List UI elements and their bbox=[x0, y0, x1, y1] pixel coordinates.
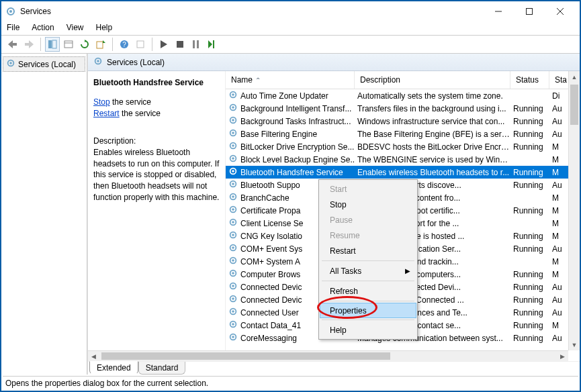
row-startup: Au bbox=[549, 130, 570, 139]
table-row[interactable]: BitLocker Drive Encryption Se...BDESVC h… bbox=[226, 140, 580, 153]
ctx-restart[interactable]: Restart bbox=[320, 243, 416, 258]
col-startup[interactable]: Sta bbox=[549, 71, 570, 89]
close-button[interactable] bbox=[545, 2, 576, 21]
row-startup: Au bbox=[549, 283, 570, 292]
row-startup: Au bbox=[549, 244, 570, 254]
row-startup: M bbox=[549, 219, 570, 228]
menu-view[interactable]: View bbox=[66, 23, 84, 32]
svg-rect-7 bbox=[13, 43, 17, 46]
tab-extended[interactable]: Extended bbox=[89, 361, 138, 375]
svg-point-45 bbox=[232, 183, 234, 185]
row-startup: M bbox=[549, 232, 570, 241]
svg-marker-8 bbox=[29, 40, 34, 48]
svg-rect-21 bbox=[177, 41, 183, 48]
row-startup: M bbox=[549, 193, 570, 203]
tree-node-label: Services (Local) bbox=[18, 60, 76, 69]
row-startup: M bbox=[549, 168, 570, 177]
row-name: Auto Time Zone Updater bbox=[240, 91, 328, 101]
svg-point-1 bbox=[9, 10, 12, 13]
restart-toolbar-button[interactable] bbox=[205, 37, 220, 52]
stop-link[interactable]: Stop bbox=[93, 97, 110, 107]
svg-rect-25 bbox=[213, 40, 214, 48]
tab-bar: Extended Standard bbox=[88, 361, 580, 375]
hscroll-thumb[interactable] bbox=[101, 352, 390, 360]
gear-icon bbox=[228, 230, 238, 242]
status-text: Opens the properties dialog box for the … bbox=[5, 379, 208, 388]
row-status: Running bbox=[510, 181, 549, 190]
vscroll-thumb[interactable] bbox=[570, 85, 578, 125]
forward-button[interactable] bbox=[21, 37, 36, 52]
col-name[interactable]: Name⌃ bbox=[226, 71, 355, 89]
row-name: Computer Brows bbox=[240, 270, 300, 279]
table-row[interactable]: Bluetooth Handsfree ServiceEnables wirel… bbox=[226, 166, 580, 179]
col-status[interactable]: Status bbox=[510, 71, 549, 89]
svg-point-33 bbox=[232, 106, 234, 109]
row-status: Running bbox=[510, 232, 549, 241]
row-startup: Au bbox=[549, 334, 570, 343]
menu-help[interactable]: Help bbox=[96, 23, 113, 32]
ctx-properties[interactable]: Properties bbox=[320, 303, 416, 318]
table-row[interactable]: Background Intelligent Transf...Transfer… bbox=[226, 102, 580, 115]
table-row[interactable]: Block Level Backup Engine Se...The WBENG… bbox=[226, 153, 580, 166]
minimize-button[interactable] bbox=[483, 2, 514, 21]
row-name: Contact Data_41 bbox=[240, 321, 301, 330]
ctx-stop[interactable]: Stop bbox=[320, 197, 416, 212]
svg-point-27 bbox=[9, 62, 12, 64]
row-name: COM+ System A bbox=[240, 257, 300, 266]
tree-pane: Services (Local) bbox=[1, 54, 87, 375]
row-status: Running bbox=[510, 321, 549, 330]
table-row[interactable]: Auto Time Zone UpdaterAutomatically sets… bbox=[226, 89, 580, 102]
show-hide-tree-button[interactable] bbox=[45, 37, 60, 52]
scroll-left-icon[interactable]: ◀ bbox=[88, 351, 99, 361]
pause-button[interactable] bbox=[189, 37, 204, 52]
restart-link[interactable]: Restart bbox=[93, 109, 120, 118]
ctx-start: Start bbox=[320, 181, 416, 197]
menu-action[interactable]: Action bbox=[32, 23, 54, 32]
svg-point-49 bbox=[232, 208, 234, 211]
svg-rect-15 bbox=[97, 42, 103, 48]
svg-point-37 bbox=[232, 132, 234, 134]
row-startup: M bbox=[549, 270, 570, 279]
row-status: Running bbox=[510, 206, 549, 215]
export-button[interactable] bbox=[93, 37, 108, 52]
help-toolbar-button[interactable]: ? bbox=[117, 37, 132, 52]
gear-icon bbox=[228, 154, 238, 165]
titlebar: Services bbox=[1, 1, 580, 21]
tab-standard[interactable]: Standard bbox=[138, 362, 186, 375]
row-name: CNG Key Isolatio bbox=[240, 232, 302, 241]
scroll-down-icon[interactable]: ▼ bbox=[569, 339, 580, 350]
svg-marker-6 bbox=[8, 40, 13, 48]
col-description[interactable]: Description bbox=[355, 71, 510, 89]
scroll-up-icon[interactable]: ▲ bbox=[569, 71, 580, 83]
row-description: Transfers files in the background using … bbox=[355, 104, 510, 113]
maximize-button[interactable] bbox=[514, 2, 545, 21]
tree-node-services-local[interactable]: Services (Local) bbox=[3, 56, 85, 72]
table-row[interactable]: Base Filtering EngineThe Base Filtering … bbox=[226, 128, 580, 140]
refresh-toolbar-button[interactable] bbox=[77, 37, 92, 52]
row-status: Running bbox=[510, 270, 549, 279]
table-row[interactable]: Background Tasks Infrastruct...Windows i… bbox=[226, 115, 580, 128]
ctx-refresh[interactable]: Refresh bbox=[320, 283, 416, 299]
gear-icon bbox=[6, 58, 15, 70]
back-button[interactable] bbox=[5, 37, 20, 52]
row-description: The WBENGINE service is used by Wind... bbox=[355, 155, 510, 164]
toolbar: ? bbox=[1, 35, 580, 54]
play-button[interactable] bbox=[157, 37, 171, 52]
svg-point-65 bbox=[232, 310, 234, 313]
unknown-toolbar-button[interactable] bbox=[133, 37, 148, 52]
ctx-all-tasks[interactable]: All Tasks▶ bbox=[320, 263, 416, 279]
stop-button[interactable] bbox=[173, 37, 187, 52]
status-bar: Opens the properties dialog box for the … bbox=[3, 376, 578, 389]
svg-point-63 bbox=[232, 297, 234, 300]
list-header: Name⌃ Description Status Sta bbox=[226, 71, 580, 89]
scroll-right-icon[interactable]: ▶ bbox=[557, 351, 568, 361]
svg-point-35 bbox=[232, 119, 234, 121]
vertical-scrollbar[interactable]: ▲ ▼ bbox=[568, 71, 580, 350]
row-startup: M bbox=[549, 206, 570, 215]
ctx-help[interactable]: Help bbox=[320, 322, 416, 338]
properties-toolbar-button[interactable] bbox=[61, 37, 76, 52]
horizontal-scrollbar[interactable]: ◀ ▶ bbox=[88, 350, 568, 361]
svg-point-41 bbox=[232, 157, 234, 160]
row-name: COM+ Event Sys bbox=[240, 244, 302, 254]
menu-file[interactable]: File bbox=[7, 23, 19, 32]
